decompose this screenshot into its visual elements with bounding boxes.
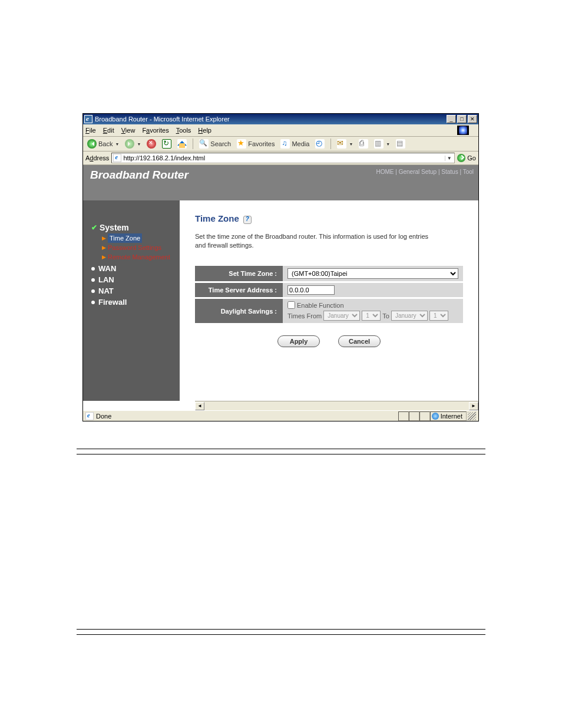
separator [193, 139, 193, 149]
mail-button[interactable]: ▼ [335, 139, 355, 149]
history-button[interactable] [313, 139, 326, 149]
dropdown-icon: ▼ [386, 142, 390, 146]
dropdown-icon: ▼ [137, 142, 141, 146]
label-timeserver: Time Server Address : [195, 283, 283, 297]
top-nav[interactable]: HOME | General Setup | Status | Tool [376, 169, 474, 175]
forward-button[interactable]: ▼ [123, 139, 143, 149]
page-icon [113, 154, 121, 162]
edit-button[interactable]: ▼ [372, 139, 392, 149]
media-button[interactable]: Media [279, 139, 311, 149]
horizontal-scrollbar[interactable]: ◄ ► [195, 401, 478, 410]
discuss-icon [396, 139, 405, 149]
history-icon [315, 139, 325, 149]
menu-view[interactable]: View [121, 127, 135, 134]
dropdown-icon: ▼ [115, 142, 119, 146]
router-header: Broadband Router HOME | General Setup | … [83, 165, 478, 200]
favorites-button[interactable]: Favorites [235, 139, 276, 149]
menubar: File Edit View Favorites Tools Help [83, 124, 478, 137]
sidebar-label: Time Zone [108, 233, 142, 243]
to-label: To [382, 312, 389, 319]
sidebar-item-nat[interactable]: NAT [91, 286, 174, 295]
zone-label: Internet [441, 413, 462, 420]
to-day-select[interactable]: 1 [429, 311, 448, 321]
status-text: Done [96, 413, 111, 420]
timezone-select[interactable]: (GMT+08:00)Taipei [287, 268, 458, 279]
address-field[interactable]: http://192.168.2.1/index.html ▼ [111, 153, 455, 163]
status-pane [409, 411, 419, 421]
favorites-label: Favorites [248, 140, 275, 147]
sidebar-label: LAN [98, 275, 114, 284]
scroll-left-button[interactable]: ◄ [195, 402, 204, 410]
media-label: Media [292, 140, 309, 147]
home-button[interactable] [176, 139, 189, 149]
sidebar-label: Remote Management [108, 252, 170, 262]
sidebar-item-system[interactable]: ✔System [91, 223, 174, 232]
enable-label: Enable Function [297, 302, 344, 309]
main-panel: Time Zone Set the time zone of the Broad… [180, 200, 478, 401]
stop-button[interactable] [145, 139, 158, 149]
print-icon [359, 139, 368, 149]
sidebar-label: Password Settings [108, 243, 161, 252]
separator [330, 139, 331, 149]
menu-tools[interactable]: Tools [176, 127, 191, 134]
close-button[interactable]: ✕ [468, 115, 477, 123]
menu-favorites[interactable]: Favorites [142, 127, 168, 134]
discuss-button[interactable] [394, 139, 407, 149]
search-icon [199, 139, 209, 149]
print-button[interactable] [357, 139, 370, 149]
page-rules [77, 449, 485, 635]
enable-daylight-checkbox[interactable] [287, 301, 295, 309]
check-icon: ✔ [91, 223, 97, 232]
label-timezone: Set Time Zone : [195, 266, 283, 281]
go-button[interactable]: Go [457, 154, 476, 162]
address-url: http://192.168.2.1/index.html [123, 154, 445, 162]
sidebar-item-password[interactable]: ▶Password Settings [102, 243, 174, 252]
sidebar-item-wan[interactable]: WAN [91, 264, 174, 273]
refresh-button[interactable] [160, 139, 173, 149]
throbber-icon [457, 126, 469, 135]
search-button[interactable]: Search [197, 139, 233, 149]
bullet-icon [91, 267, 95, 271]
menu-help[interactable]: Help [198, 127, 211, 134]
sidebar-label: WAN [98, 264, 116, 273]
back-icon [87, 139, 97, 149]
menu-file[interactable]: File [85, 127, 96, 134]
menu-edit[interactable]: Edit [103, 127, 114, 134]
sidebar-item-timezone[interactable]: ▶Time Zone [102, 233, 174, 243]
timeserver-input[interactable] [287, 285, 335, 295]
titlebar: Broadband Router - Microsoft Internet Ex… [83, 114, 478, 124]
sidebar-label: Firewall [98, 298, 127, 307]
page-title: Time Zone [195, 213, 239, 223]
status-pane [398, 411, 409, 421]
back-label: Back [98, 140, 113, 147]
back-button[interactable]: Back▼ [85, 139, 121, 149]
mail-icon [337, 139, 346, 149]
home-icon [177, 139, 187, 149]
internet-zone-icon [432, 413, 439, 420]
minimize-button[interactable]: _ [447, 115, 456, 123]
sidebar-item-firewall[interactable]: Firewall [91, 298, 174, 307]
cancel-button[interactable]: Cancel [338, 335, 381, 347]
from-month-select[interactable]: January [323, 311, 360, 321]
status-bar: Done Internet [83, 410, 478, 421]
arrow-icon: ▶ [102, 243, 106, 252]
from-day-select[interactable]: 1 [362, 311, 381, 321]
edit-icon [374, 139, 384, 149]
scroll-right-button[interactable]: ► [469, 402, 478, 410]
go-icon [457, 154, 465, 162]
content-viewport: Broadband Router HOME | General Setup | … [83, 165, 478, 410]
button-row: Apply Cancel [195, 335, 463, 347]
address-label: Address [85, 154, 109, 162]
favorites-icon [237, 139, 246, 149]
sidebar-item-remote[interactable]: ▶Remote Management [102, 252, 174, 262]
address-bar: Address http://192.168.2.1/index.html ▼ … [83, 151, 478, 165]
apply-button[interactable]: Apply [277, 335, 320, 347]
help-icon[interactable] [243, 216, 252, 224]
to-month-select[interactable]: January [391, 311, 428, 321]
security-zone[interactable]: Internet [430, 411, 467, 421]
maximize-button[interactable]: □ [457, 115, 467, 123]
sidebar-item-lan[interactable]: LAN [91, 275, 174, 284]
address-dropdown-icon[interactable]: ▼ [445, 156, 453, 161]
ie-window: Broadband Router - Microsoft Internet Ex… [82, 113, 479, 421]
resize-grip-icon[interactable] [468, 412, 476, 420]
